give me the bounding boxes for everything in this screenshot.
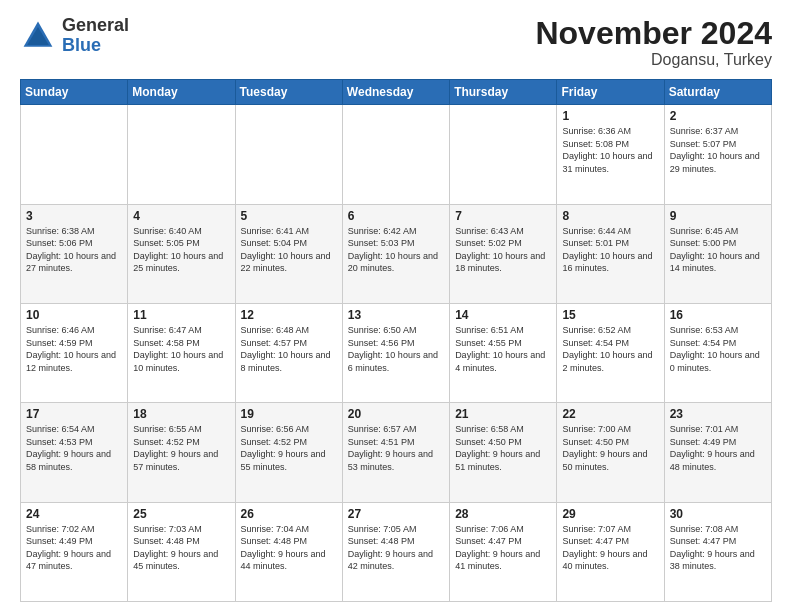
day-number: 8 (562, 209, 658, 223)
calendar-cell: 6Sunrise: 6:42 AM Sunset: 5:03 PM Daylig… (342, 204, 449, 303)
calendar-cell: 29Sunrise: 7:07 AM Sunset: 4:47 PM Dayli… (557, 502, 664, 601)
day-number: 23 (670, 407, 766, 421)
day-info: Sunrise: 6:36 AM Sunset: 5:08 PM Dayligh… (562, 125, 658, 175)
day-info: Sunrise: 6:52 AM Sunset: 4:54 PM Dayligh… (562, 324, 658, 374)
calendar-cell: 12Sunrise: 6:48 AM Sunset: 4:57 PM Dayli… (235, 303, 342, 402)
calendar-cell: 20Sunrise: 6:57 AM Sunset: 4:51 PM Dayli… (342, 403, 449, 502)
day-info: Sunrise: 6:54 AM Sunset: 4:53 PM Dayligh… (26, 423, 122, 473)
calendar-cell: 26Sunrise: 7:04 AM Sunset: 4:48 PM Dayli… (235, 502, 342, 601)
day-number: 19 (241, 407, 337, 421)
header-row: SundayMondayTuesdayWednesdayThursdayFrid… (21, 80, 772, 105)
page-title: November 2024 (535, 16, 772, 51)
day-number: 30 (670, 507, 766, 521)
calendar-cell: 16Sunrise: 6:53 AM Sunset: 4:54 PM Dayli… (664, 303, 771, 402)
calendar-cell: 15Sunrise: 6:52 AM Sunset: 4:54 PM Dayli… (557, 303, 664, 402)
header-thursday: Thursday (450, 80, 557, 105)
day-number: 1 (562, 109, 658, 123)
logo-icon (20, 18, 56, 54)
day-info: Sunrise: 7:03 AM Sunset: 4:48 PM Dayligh… (133, 523, 229, 573)
day-number: 21 (455, 407, 551, 421)
header-monday: Monday (128, 80, 235, 105)
calendar-cell: 22Sunrise: 7:00 AM Sunset: 4:50 PM Dayli… (557, 403, 664, 502)
day-number: 25 (133, 507, 229, 521)
calendar-cell: 7Sunrise: 6:43 AM Sunset: 5:02 PM Daylig… (450, 204, 557, 303)
day-number: 12 (241, 308, 337, 322)
day-number: 15 (562, 308, 658, 322)
day-number: 22 (562, 407, 658, 421)
day-number: 28 (455, 507, 551, 521)
calendar-header: SundayMondayTuesdayWednesdayThursdayFrid… (21, 80, 772, 105)
header-wednesday: Wednesday (342, 80, 449, 105)
calendar-cell: 8Sunrise: 6:44 AM Sunset: 5:01 PM Daylig… (557, 204, 664, 303)
day-number: 7 (455, 209, 551, 223)
day-info: Sunrise: 6:41 AM Sunset: 5:04 PM Dayligh… (241, 225, 337, 275)
day-info: Sunrise: 6:53 AM Sunset: 4:54 PM Dayligh… (670, 324, 766, 374)
day-info: Sunrise: 7:05 AM Sunset: 4:48 PM Dayligh… (348, 523, 444, 573)
day-number: 20 (348, 407, 444, 421)
logo-text: General Blue (62, 16, 129, 56)
page: General Blue November 2024 Dogansu, Turk… (0, 0, 792, 612)
day-info: Sunrise: 6:48 AM Sunset: 4:57 PM Dayligh… (241, 324, 337, 374)
calendar-cell: 3Sunrise: 6:38 AM Sunset: 5:06 PM Daylig… (21, 204, 128, 303)
day-number: 29 (562, 507, 658, 521)
calendar-cell: 23Sunrise: 7:01 AM Sunset: 4:49 PM Dayli… (664, 403, 771, 502)
day-number: 4 (133, 209, 229, 223)
calendar-table: SundayMondayTuesdayWednesdayThursdayFrid… (20, 79, 772, 602)
calendar-cell (128, 105, 235, 204)
logo: General Blue (20, 16, 129, 56)
calendar-cell: 14Sunrise: 6:51 AM Sunset: 4:55 PM Dayli… (450, 303, 557, 402)
week-row-0: 1Sunrise: 6:36 AM Sunset: 5:08 PM Daylig… (21, 105, 772, 204)
calendar-cell: 21Sunrise: 6:58 AM Sunset: 4:50 PM Dayli… (450, 403, 557, 502)
header-tuesday: Tuesday (235, 80, 342, 105)
day-info: Sunrise: 6:50 AM Sunset: 4:56 PM Dayligh… (348, 324, 444, 374)
calendar-cell: 9Sunrise: 6:45 AM Sunset: 5:00 PM Daylig… (664, 204, 771, 303)
day-info: Sunrise: 6:44 AM Sunset: 5:01 PM Dayligh… (562, 225, 658, 275)
day-number: 6 (348, 209, 444, 223)
day-number: 27 (348, 507, 444, 521)
week-row-3: 17Sunrise: 6:54 AM Sunset: 4:53 PM Dayli… (21, 403, 772, 502)
calendar-cell: 4Sunrise: 6:40 AM Sunset: 5:05 PM Daylig… (128, 204, 235, 303)
day-number: 18 (133, 407, 229, 421)
day-info: Sunrise: 7:08 AM Sunset: 4:47 PM Dayligh… (670, 523, 766, 573)
day-info: Sunrise: 6:56 AM Sunset: 4:52 PM Dayligh… (241, 423, 337, 473)
calendar-cell: 2Sunrise: 6:37 AM Sunset: 5:07 PM Daylig… (664, 105, 771, 204)
week-row-1: 3Sunrise: 6:38 AM Sunset: 5:06 PM Daylig… (21, 204, 772, 303)
week-row-4: 24Sunrise: 7:02 AM Sunset: 4:49 PM Dayli… (21, 502, 772, 601)
day-info: Sunrise: 6:42 AM Sunset: 5:03 PM Dayligh… (348, 225, 444, 275)
day-info: Sunrise: 6:58 AM Sunset: 4:50 PM Dayligh… (455, 423, 551, 473)
day-info: Sunrise: 6:37 AM Sunset: 5:07 PM Dayligh… (670, 125, 766, 175)
day-info: Sunrise: 7:02 AM Sunset: 4:49 PM Dayligh… (26, 523, 122, 573)
calendar-cell: 18Sunrise: 6:55 AM Sunset: 4:52 PM Dayli… (128, 403, 235, 502)
day-number: 2 (670, 109, 766, 123)
day-number: 26 (241, 507, 337, 521)
calendar-cell: 25Sunrise: 7:03 AM Sunset: 4:48 PM Dayli… (128, 502, 235, 601)
calendar-cell: 27Sunrise: 7:05 AM Sunset: 4:48 PM Dayli… (342, 502, 449, 601)
calendar-cell: 10Sunrise: 6:46 AM Sunset: 4:59 PM Dayli… (21, 303, 128, 402)
title-block: November 2024 Dogansu, Turkey (535, 16, 772, 69)
header: General Blue November 2024 Dogansu, Turk… (20, 16, 772, 69)
day-info: Sunrise: 7:01 AM Sunset: 4:49 PM Dayligh… (670, 423, 766, 473)
calendar-cell (450, 105, 557, 204)
calendar-cell: 30Sunrise: 7:08 AM Sunset: 4:47 PM Dayli… (664, 502, 771, 601)
day-info: Sunrise: 6:38 AM Sunset: 5:06 PM Dayligh… (26, 225, 122, 275)
header-sunday: Sunday (21, 80, 128, 105)
day-info: Sunrise: 6:46 AM Sunset: 4:59 PM Dayligh… (26, 324, 122, 374)
day-number: 13 (348, 308, 444, 322)
calendar-cell: 17Sunrise: 6:54 AM Sunset: 4:53 PM Dayli… (21, 403, 128, 502)
day-number: 9 (670, 209, 766, 223)
calendar-cell: 5Sunrise: 6:41 AM Sunset: 5:04 PM Daylig… (235, 204, 342, 303)
day-info: Sunrise: 6:40 AM Sunset: 5:05 PM Dayligh… (133, 225, 229, 275)
day-info: Sunrise: 7:00 AM Sunset: 4:50 PM Dayligh… (562, 423, 658, 473)
day-number: 3 (26, 209, 122, 223)
day-info: Sunrise: 6:55 AM Sunset: 4:52 PM Dayligh… (133, 423, 229, 473)
calendar-cell: 1Sunrise: 6:36 AM Sunset: 5:08 PM Daylig… (557, 105, 664, 204)
day-info: Sunrise: 6:43 AM Sunset: 5:02 PM Dayligh… (455, 225, 551, 275)
day-number: 11 (133, 308, 229, 322)
calendar-cell: 24Sunrise: 7:02 AM Sunset: 4:49 PM Dayli… (21, 502, 128, 601)
day-number: 17 (26, 407, 122, 421)
day-number: 5 (241, 209, 337, 223)
week-row-2: 10Sunrise: 6:46 AM Sunset: 4:59 PM Dayli… (21, 303, 772, 402)
calendar-cell: 11Sunrise: 6:47 AM Sunset: 4:58 PM Dayli… (128, 303, 235, 402)
page-subtitle: Dogansu, Turkey (535, 51, 772, 69)
header-saturday: Saturday (664, 80, 771, 105)
